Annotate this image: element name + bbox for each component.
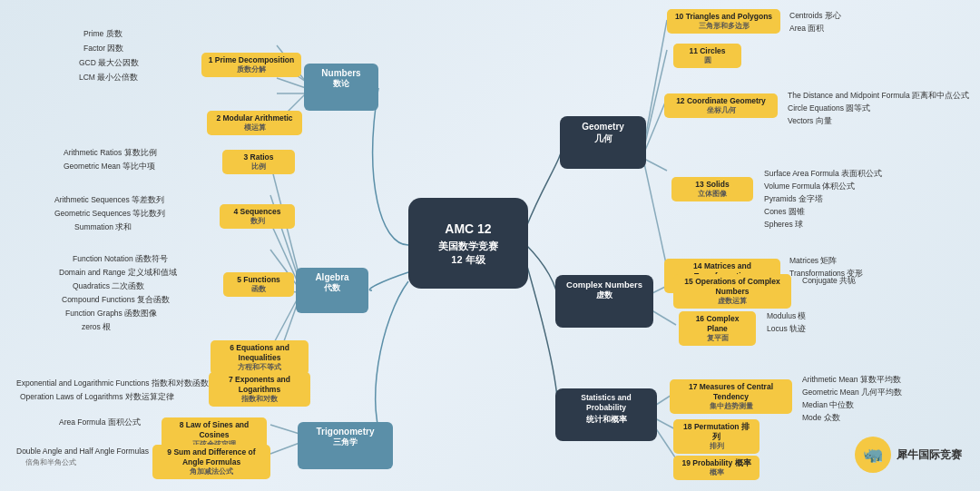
leaf-gcd: GCD 最大公因数	[79, 58, 139, 69]
leaf-arith-mean: Arithmetic Mean 算数平均数	[802, 375, 901, 386]
leaf-distance: The Distance and Midpoint Formula 距离和中点公…	[788, 91, 969, 102]
node-ratios: 3 Ratios 比例	[222, 150, 295, 174]
node-prime-decomp: 1 Prime Decomposition 质数分解	[201, 53, 301, 77]
exp-en: 7 Exponents and Logarithms	[215, 375, 304, 395]
svg-line-16	[644, 163, 667, 268]
node-equations: 6 Equations and Inequalities 方程和不等式	[211, 340, 309, 375]
svg-line-23	[270, 443, 299, 454]
algebra-zh: 代数	[303, 283, 361, 294]
center-line3: 12 年级	[451, 253, 485, 266]
comp-ops-zh: 虚数运算	[680, 297, 785, 306]
leaf-circle-eq: Circle Equations 圆等式	[788, 103, 870, 114]
center-line1: AMC 12	[445, 221, 491, 237]
leaf-zeros: zeros 根	[82, 322, 111, 333]
eq-zh: 方程和不等式	[217, 363, 302, 372]
node-sum-diff: 9 Sum and Difference of Angle Formulas 角…	[152, 445, 270, 479]
leaf-geo-mean2: Geometric Mean 几何平均数	[802, 388, 902, 398]
node-permutation: 18 Permutation 排列 排列	[673, 419, 760, 454]
leaf-geo-mean: Geometric Mean 等比中项	[64, 162, 155, 172]
watermark-text: 犀牛国际竞赛	[897, 447, 962, 463]
leaf-prime: Prime 质数	[83, 29, 122, 40]
leaf-double-angle: Double Angle and Half Angle Formulas	[16, 447, 149, 456]
exp-zh: 指数和对数	[215, 395, 304, 404]
leaf-geo-seq: Geometric Sequences 等比数列	[54, 209, 165, 220]
leaf-compound: Compound Functions 复合函数	[62, 295, 170, 306]
leaf-double-angle-zh: 倍角和半角公式	[25, 458, 76, 467]
func-zh: 函数	[230, 285, 288, 294]
leaf-spheres: Spheres 球	[764, 220, 803, 231]
stats-zh: 统计和概率	[563, 415, 650, 426]
node-solids: 13 Solids 立体图像	[671, 177, 753, 201]
node-coord-geo: 12 Coordinate Geometry 坐标几何	[664, 93, 778, 118]
svg-line-22	[270, 425, 299, 434]
modular-zh: 模运算	[213, 123, 296, 133]
solids-zh: 立体图像	[678, 190, 747, 199]
leaf-pyramids: Pyramids 金字塔	[764, 194, 823, 205]
modular-en: 2 Modular Arithmetic	[213, 113, 296, 123]
numbers-en: Numbers	[311, 67, 371, 79]
node-complex: Complex Numbers 虚数	[555, 275, 653, 328]
ratios-en: 3 Ratios	[229, 152, 289, 162]
watermark-icon: 🦏	[855, 437, 891, 473]
leaf-domain: Domain and Range 定义域和值域	[59, 268, 177, 279]
func-en: 5 Functions	[230, 275, 288, 285]
seq-zh: 数列	[226, 217, 289, 226]
node-sequences: 4 Sequences 数列	[220, 204, 295, 229]
leaf-locus: Locus 轨迹	[767, 324, 806, 335]
geometry-en: Geometry	[567, 121, 639, 133]
prob-zh: 概率	[680, 468, 753, 477]
numbers-zh: 数论	[311, 79, 371, 90]
center-line2: 美国数学竞赛	[438, 240, 498, 252]
leaf-volume: Volume Formula 体积公式	[764, 182, 855, 192]
leaf-modulus: Modulus 模	[767, 311, 807, 322]
prob-en: 19 Probability 概率	[680, 458, 753, 468]
coord-zh: 坐标几何	[671, 106, 771, 115]
leaf-arith-seq: Arithmetic Sequences 等差数列	[54, 195, 164, 206]
perm-zh: 排列	[680, 442, 753, 451]
leaf-func-graphs: Function Graphs 函数图像	[65, 309, 157, 319]
eq-en: 6 Equations and Inequalities	[217, 343, 302, 363]
leaf-matrices: Matrices 矩阵	[789, 256, 837, 267]
svg-line-2	[277, 78, 306, 88]
node-numbers: Numbers 数论	[304, 64, 378, 111]
node-complex-plane: 16 Complex Plane 复平面	[679, 311, 756, 346]
leaf-factor: Factor 因数	[83, 44, 123, 54]
geometry-zh: 几何	[567, 133, 639, 144]
svg-line-15	[644, 159, 667, 171]
leaf-cones: Cones 圆锥	[764, 207, 805, 218]
node-probability: 19 Probability 概率 概率	[673, 456, 760, 480]
prime-decomp-zh: 质数分解	[208, 65, 295, 74]
leaf-centroids: Centroids 形心	[789, 11, 841, 22]
mind-map-canvas: AMC 12 美国数学竞赛 12 年级 Numbers 数论 Algebra 代…	[0, 0, 980, 491]
leaf-median: Median 中位数	[802, 400, 854, 411]
center-node: AMC 12 美国数学竞赛 12 年级	[408, 198, 528, 289]
sumdiff-en: 9 Sum and Difference of Angle Formulas	[159, 447, 264, 467]
leaf-summation: Summation 求和	[74, 222, 132, 233]
seq-en: 4 Sequences	[226, 207, 289, 217]
complex-zh: 虚数	[563, 290, 646, 301]
leaf-mode: Mode 众数	[802, 413, 840, 424]
leaf-area-trig: Area Formula 面积公式	[59, 417, 141, 428]
trig-en: Trigonometry	[305, 426, 386, 437]
central-en: 17 Measures of Central Tendency	[676, 382, 786, 402]
coord-en: 12 Coordinate Geometry	[671, 96, 771, 106]
node-complex-ops: 15 Operations of Complex Numbers 虚数运算	[673, 274, 791, 309]
perm-en: 18 Permutation 排列	[680, 422, 753, 442]
tri-zh: 三角形和多边形	[673, 22, 774, 31]
svg-line-12	[644, 20, 667, 143]
node-tri-poly: 10 Triangles and Polygons 三角形和多边形	[667, 9, 780, 34]
leaf-vectors: Vectors 向量	[788, 116, 832, 127]
central-zh: 集中趋势测量	[676, 402, 786, 411]
node-exponents: 7 Exponents and Logarithms 指数和对数	[209, 372, 310, 407]
node-algebra: Algebra 代数	[296, 268, 368, 313]
leaf-func-notation: Function Notation 函数符号	[73, 254, 168, 265]
watermark: 🦏 犀牛国际竞赛	[855, 437, 962, 473]
ratios-zh: 比例	[229, 162, 289, 172]
leaf-quadratics: Quadratics 二次函数	[73, 281, 144, 292]
prime-decomp-en: 1 Prime Decomposition	[208, 55, 295, 65]
complex-en: Complex Numbers	[563, 280, 646, 290]
node-modular: 2 Modular Arithmetic 模运算	[207, 111, 302, 135]
leaf-op-laws: Operation Laws of Logarithms 对数运算定律	[20, 392, 174, 403]
algebra-en: Algebra	[303, 271, 361, 283]
sumdiff-zh: 角加减法公式	[159, 467, 264, 476]
